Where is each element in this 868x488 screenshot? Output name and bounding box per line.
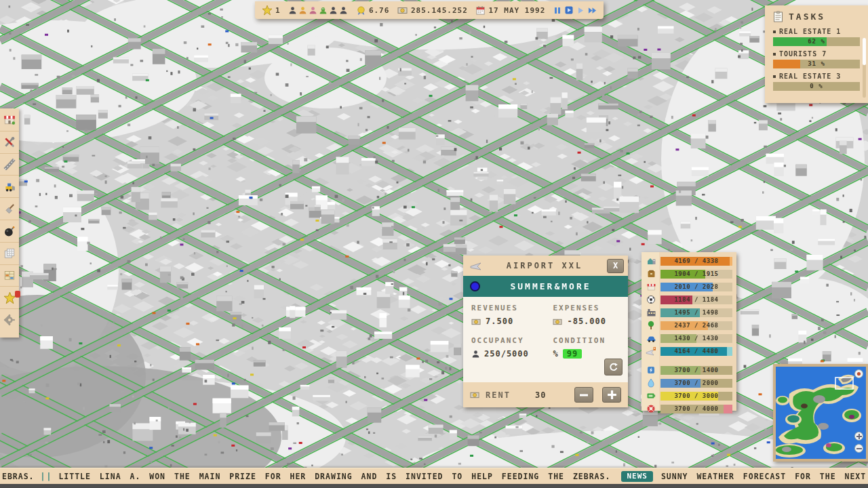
calendar-icon	[475, 5, 486, 16]
rent-decrease-button[interactable]	[574, 387, 593, 403]
stats-row: 2010 / 2028	[644, 282, 732, 291]
stats-value: 4164 / 4480	[660, 347, 732, 356]
money-group: 285.145.252	[397, 5, 468, 15]
plus-icon	[607, 390, 617, 400]
sidebar-item-blueprints[interactable]	[0, 242, 19, 264]
road-icon	[3, 158, 16, 170]
minus-icon	[856, 446, 862, 451]
fast-forward-button[interactable]	[588, 5, 597, 15]
tools-icon	[3, 136, 16, 148]
stats-value: 1495 / 1498	[660, 308, 732, 317]
money-icon	[397, 5, 408, 15]
close-button[interactable]: X	[607, 259, 624, 273]
date-group: 17 MAY 1992	[475, 5, 545, 16]
step-button[interactable]	[565, 5, 574, 15]
company-banner: SUMMER&MORE	[463, 276, 628, 297]
power-icon	[644, 365, 658, 375]
sidebar-item-tools[interactable]	[0, 131, 19, 153]
rent-label: RENT	[486, 390, 511, 400]
task-percent: 0 %	[773, 82, 860, 91]
star-icon	[262, 5, 273, 16]
market-icon	[3, 113, 16, 125]
ticker-separator: ||	[41, 472, 53, 481]
statistics-icon	[3, 269, 16, 281]
shovel-icon	[3, 203, 16, 215]
money-value: 285.145.252	[411, 6, 468, 15]
sidebar-item-roads[interactable]	[0, 153, 19, 176]
dialog-title: AIRPORT XXL	[486, 261, 603, 270]
minimap[interactable]	[773, 364, 868, 462]
airport-icon	[644, 346, 658, 356]
game-screen: 1 6.76 285.145.252 17 MAY 1992	[0, 0, 868, 488]
task-label: REAL ESTATE 1	[779, 28, 841, 35]
condition-label: CONDITION	[553, 336, 620, 345]
task-item[interactable]: TOURISTS 7 31 %	[773, 50, 860, 68]
mascot-icon	[319, 6, 328, 15]
dialog-body: REVENUES EXPENSES 7.500 -85.000 OCCUPANC…	[463, 297, 628, 382]
top-status-bar: 1 6.76 285.145.252 17 MAY 1992	[255, 1, 604, 19]
stats-value: 1430 / 1430	[660, 334, 732, 343]
sidebar-item-terrain[interactable]	[0, 197, 19, 220]
notification-badge	[15, 291, 20, 298]
stats-row: 3700 / 2000	[644, 378, 732, 388]
sidebar-item-settings[interactable]	[0, 308, 19, 331]
stats-value: 1184 / 1184	[660, 296, 732, 304]
stats-value: 3700 / 2000	[660, 379, 732, 388]
shop-icon	[644, 282, 658, 291]
task-item[interactable]: REAL ESTATE 1 62 %	[773, 28, 860, 46]
occupancy-value: 250/5000	[484, 349, 529, 359]
sidebar-item-statistics[interactable]	[0, 264, 19, 287]
sports-icon	[644, 295, 658, 304]
money-icon	[471, 317, 481, 326]
population-group	[288, 6, 348, 15]
refresh-icon	[608, 362, 618, 372]
hotel-icon	[644, 269, 658, 279]
gear-icon	[3, 314, 16, 326]
sidebar-item-achievements[interactable]	[0, 286, 19, 308]
bomb-icon	[3, 225, 16, 237]
rating-value: 6.76	[369, 6, 390, 15]
rent-increase-button[interactable]	[602, 387, 621, 403]
citizen-icon	[329, 6, 338, 15]
stats-row: 3700 / 1400	[644, 365, 732, 375]
rent-value: 30	[535, 390, 569, 400]
minimap-zoom-out-button[interactable]	[854, 444, 863, 453]
city-stats-panel: 4169 / 4338 1904 / 1915 2010 / 2028 1184…	[642, 252, 736, 411]
stats-row: 2437 / 2468	[644, 321, 732, 330]
level-group: 1	[262, 5, 281, 16]
citizen-icon	[309, 6, 317, 15]
refresh-button[interactable]	[604, 359, 623, 375]
occupancy-label: OCCUPANCY	[471, 336, 553, 345]
minimap-zoom-in-button[interactable]	[854, 432, 863, 441]
scrollbar-thumb[interactable]	[863, 38, 866, 65]
task-item[interactable]: REAL ESTATE 3 0 %	[773, 73, 860, 91]
sidebar-item-demolish[interactable]	[0, 220, 19, 242]
rating-group: 6.76	[356, 5, 390, 16]
sidebar-item-market[interactable]	[0, 108, 19, 131]
park-icon	[644, 321, 658, 330]
person-icon	[471, 350, 480, 359]
stats-value: 3700 / 3000	[660, 392, 732, 401]
blueprints-icon	[3, 247, 16, 260]
bullet-icon	[773, 53, 776, 56]
industry-icon	[644, 308, 658, 317]
waste-icon	[644, 404, 658, 413]
stats-row: 3700 / 4000	[644, 404, 732, 413]
minus-icon	[579, 390, 589, 400]
revenues-value: 7.500	[486, 317, 513, 326]
task-label: TOURISTS 7	[779, 50, 827, 58]
bullet-icon	[773, 75, 776, 78]
sidebar-item-bulldozer[interactable]	[0, 175, 19, 197]
expenses-value: -85.000	[567, 317, 606, 326]
minimap-locate-button[interactable]	[854, 369, 863, 378]
city-map-canvas[interactable]	[0, 0, 868, 488]
ticker-message: LITTLE LINA A. WON THE MAIN PRIZE FOR HE…	[58, 472, 610, 481]
play-button[interactable]	[576, 5, 585, 15]
tasks-scrollbar[interactable]	[863, 38, 866, 98]
compass-icon	[856, 371, 861, 376]
pause-button[interactable]	[553, 5, 562, 15]
stats-value: 4169 / 4338	[660, 257, 732, 266]
bullet-icon	[773, 30, 776, 33]
dialog-header: AIRPORT XXL X	[463, 256, 628, 276]
task-label: REAL ESTATE 3	[779, 73, 841, 80]
